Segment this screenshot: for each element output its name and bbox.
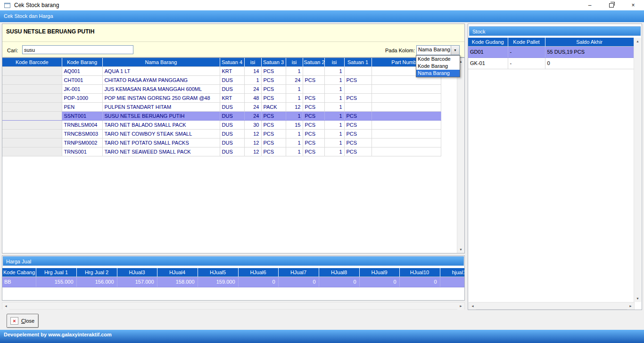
left-horizontal-scrollbar[interactable]: ◄ ► <box>2 302 465 310</box>
column-header[interactable]: Kode Pallet <box>508 38 545 47</box>
grid-cell[interactable]: PCS <box>303 121 324 130</box>
scroll-right-icon[interactable]: ► <box>457 302 464 310</box>
grid-cell[interactable]: 1 <box>324 139 344 147</box>
grid-cell[interactable]: KRT <box>220 67 244 76</box>
grid-cell[interactable]: JK-001 <box>62 85 102 94</box>
grid-cell[interactable]: 0 <box>319 277 359 287</box>
column-header[interactable]: Hrg Jual 2 <box>76 268 117 277</box>
column-header[interactable]: hjual11 <box>440 268 465 277</box>
grid-cell[interactable]: - <box>508 58 545 69</box>
table-row[interactable]: GD01-55 DUS,19 PCS <box>468 47 634 58</box>
grid-cell[interactable]: CHT001 <box>62 76 102 85</box>
scroll-left-icon[interactable]: ◄ <box>2 302 9 310</box>
grid-cell[interactable]: POP MIE INSTAN GORENG 250 GRAM @48 <box>102 94 220 103</box>
column-header[interactable]: HJual10 <box>399 268 440 277</box>
grid-cell[interactable]: BB <box>2 277 36 287</box>
grid-cell[interactable]: 157.000 <box>117 277 157 287</box>
column-header[interactable]: HJual8 <box>319 268 359 277</box>
grid-cell[interactable] <box>2 67 62 76</box>
table-row[interactable]: SSNT001SUSU NETSLE BERUANG PUTIHDUS24PCS… <box>2 112 441 121</box>
table-row[interactable]: BB155.000156.000157.000158.000159.000000… <box>2 277 465 287</box>
table-row[interactable]: TRNCBSM003TARO NET COWBOY STEAK SMALLDUS… <box>2 130 441 139</box>
grid-cell[interactable]: AQUA 1 LT <box>102 67 220 76</box>
grid-cell[interactable] <box>344 67 372 76</box>
dropdown-option[interactable]: Kode Barcode <box>416 56 460 63</box>
grid-cell[interactable]: PCS <box>344 147 372 156</box>
grid-cell[interactable] <box>2 103 62 112</box>
grid-cell[interactable]: 1 <box>244 76 261 85</box>
grid-cell[interactable]: TARO NET BALADO SMALL PACK <box>102 121 220 130</box>
grid-cell[interactable]: PCS <box>344 121 372 130</box>
grid-cell[interactable]: PCS <box>344 139 372 147</box>
grid-cell[interactable]: 15 <box>286 121 303 130</box>
grid-cell[interactable] <box>303 67 324 76</box>
grid-cell[interactable]: TRNCBSM003 <box>62 130 102 139</box>
grid-cell[interactable]: 24 <box>286 76 303 85</box>
grid-cell[interactable]: 55 DUS,19 PCS <box>545 47 634 58</box>
column-header[interactable]: Satuan 2 <box>303 58 324 67</box>
grid-cell[interactable]: 0 <box>238 277 278 287</box>
column-header[interactable]: Saldo Akhir <box>545 38 634 47</box>
grid-cell[interactable]: 24 <box>244 112 261 121</box>
grid-cell[interactable] <box>2 130 62 139</box>
column-header[interactable]: isi <box>324 58 344 67</box>
grid-cell[interactable]: TARO NET SEAWEED SMALL PACK <box>102 147 220 156</box>
grid-cell[interactable] <box>372 121 441 130</box>
grid-cell[interactable]: 1 <box>324 147 344 156</box>
column-header[interactable]: HJual9 <box>359 268 399 277</box>
grid-cell[interactable]: 24 <box>244 85 261 94</box>
stock-vertical-scrollbar[interactable]: ▲ ▼ <box>634 38 641 302</box>
grid-cell[interactable]: 1 <box>324 103 344 112</box>
grid-cell[interactable]: PCS <box>303 103 324 112</box>
column-header[interactable]: Kode Barcode <box>2 58 62 67</box>
grid-cell[interactable]: 1 <box>286 130 303 139</box>
grid-cell[interactable]: 1 <box>324 76 344 85</box>
search-input[interactable] <box>22 45 133 54</box>
grid-cell[interactable]: 1 <box>324 130 344 139</box>
grid-cell[interactable]: DUS <box>220 139 244 147</box>
column-header[interactable]: Nama Barang <box>102 58 220 67</box>
table-row[interactable]: POP-1000POP MIE INSTAN GORENG 250 GRAM @… <box>2 94 441 103</box>
grid-cell[interactable]: JUS KEMASAN RASA MANGGAH 600ML <box>102 85 220 94</box>
grid-cell[interactable]: DUS <box>220 103 244 112</box>
grid-cell[interactable]: 1 <box>324 121 344 130</box>
table-row[interactable]: TRNBLSM004TARO NET BALADO SMALL PACKDUS3… <box>2 121 441 130</box>
grid-cell[interactable]: TARO NET POTATO SMALL PACKS <box>102 139 220 147</box>
grid-cell[interactable]: DUS <box>220 85 244 94</box>
grid-cell[interactable]: 1 <box>324 85 344 94</box>
grid-cell[interactable] <box>2 85 62 94</box>
grid-cell[interactable]: PCS <box>344 94 372 103</box>
grid-cell[interactable]: 0 <box>545 58 634 69</box>
grid-cell[interactable]: 12 <box>286 103 303 112</box>
grid-cell[interactable]: PCS <box>261 130 286 139</box>
grid-cell[interactable]: 156.000 <box>76 277 117 287</box>
grid-cell[interactable]: DUS <box>220 130 244 139</box>
grid-cell[interactable]: PULPEN STANDART HITAM <box>102 103 220 112</box>
grid-cell[interactable]: PCS <box>344 112 372 121</box>
grid-cell[interactable]: 158.000 <box>157 277 198 287</box>
grid-cell[interactable]: GK-01 <box>468 58 508 69</box>
grid-cell[interactable]: 12 <box>244 147 261 156</box>
grid-cell[interactable]: 1 <box>286 147 303 156</box>
grid-cell[interactable] <box>303 85 324 94</box>
grid-cell[interactable]: TRNPSM0002 <box>62 139 102 147</box>
grid-cell[interactable] <box>2 94 62 103</box>
grid-cell[interactable]: PCS <box>261 67 286 76</box>
grid-cell[interactable]: 48 <box>244 94 261 103</box>
column-header[interactable]: isi <box>244 58 261 67</box>
grid-cell[interactable] <box>372 130 441 139</box>
grid-cell[interactable]: DUS <box>220 147 244 156</box>
column-combobox[interactable]: Nama Barang ▼ <box>416 45 460 55</box>
close-window-button[interactable]: × <box>622 0 644 10</box>
grid-cell[interactable]: 1 <box>324 67 344 76</box>
table-row[interactable]: PENPULPEN STANDART HITAMDUS24PACK12PCS1 <box>2 103 441 112</box>
column-header[interactable]: Satuan 3 <box>261 58 286 67</box>
grid-cell[interactable]: KRT <box>220 94 244 103</box>
grid-cell[interactable] <box>344 103 372 112</box>
grid-cell[interactable] <box>440 277 465 287</box>
column-header[interactable]: HJual3 <box>117 268 157 277</box>
grid-cell[interactable] <box>372 94 441 103</box>
grid-cell[interactable]: 1 <box>286 67 303 76</box>
close-button[interactable]: × Close <box>7 314 39 328</box>
grid-cell[interactable]: DUS <box>220 76 244 85</box>
